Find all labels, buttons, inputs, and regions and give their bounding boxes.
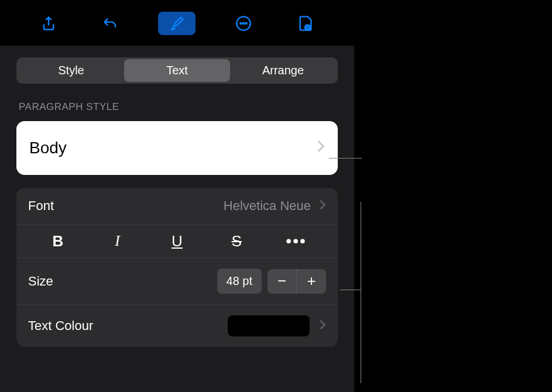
chevron-right-icon xyxy=(319,198,326,214)
brush-icon xyxy=(169,15,185,32)
text-colour-label: Text Colour xyxy=(28,318,228,333)
chevron-right-icon xyxy=(317,140,325,156)
format-buttons: B I U S ••• xyxy=(28,232,326,250)
undo-icon xyxy=(102,15,119,32)
italic-button[interactable]: I xyxy=(101,232,134,250)
font-value: Helvetica Neue xyxy=(224,198,311,214)
callout-line xyxy=(340,290,361,290)
callout-line xyxy=(329,158,362,159)
chevron-right-icon xyxy=(319,318,326,333)
segmented-control: Style Text Arrange xyxy=(16,57,338,84)
undo-button[interactable] xyxy=(96,12,125,35)
size-value-field[interactable]: 48 pt xyxy=(217,269,262,294)
text-style-row: B I U S ••• xyxy=(16,225,338,258)
tab-style[interactable]: Style xyxy=(18,59,124,82)
size-increase-button[interactable]: + xyxy=(297,269,326,294)
size-label: Size xyxy=(28,274,217,289)
document-icon xyxy=(297,15,314,32)
svg-point-2 xyxy=(242,23,244,24)
tab-text[interactable]: Text xyxy=(124,59,230,82)
bold-button[interactable]: B xyxy=(42,232,74,250)
document-button[interactable] xyxy=(291,12,320,35)
underline-button[interactable]: U xyxy=(160,232,193,250)
paragraph-style-value: Body xyxy=(29,139,67,157)
paragraph-style-header: Paragraph Style xyxy=(19,101,338,113)
share-icon xyxy=(40,15,57,32)
callout-line xyxy=(361,202,361,383)
text-colour-row[interactable]: Text Colour xyxy=(16,305,338,347)
more-formatting-button[interactable]: ••• xyxy=(280,232,313,250)
paragraph-style-picker[interactable]: Body xyxy=(16,121,338,175)
top-toolbar xyxy=(0,0,354,46)
format-brush-button[interactable] xyxy=(158,12,196,35)
font-row[interactable]: Font Helvetica Neue xyxy=(16,188,338,225)
colour-swatch[interactable] xyxy=(228,315,310,336)
more-circle-icon xyxy=(235,15,252,32)
size-stepper: − + xyxy=(268,269,326,294)
tab-arrange[interactable]: Arrange xyxy=(230,59,336,82)
more-button[interactable] xyxy=(229,12,258,35)
font-label: Font xyxy=(28,198,224,214)
size-row: Size 48 pt − + xyxy=(16,258,338,305)
font-settings-group: Font Helvetica Neue B I U S ••• Size xyxy=(16,188,338,347)
strikethrough-button[interactable]: S xyxy=(220,232,253,250)
format-panel: Style Text Arrange Paragraph Style Body … xyxy=(0,0,354,392)
share-button[interactable] xyxy=(34,12,63,35)
svg-point-3 xyxy=(245,23,246,24)
svg-point-1 xyxy=(240,23,241,24)
size-decrease-button[interactable]: − xyxy=(268,269,297,294)
size-controls: 48 pt − + xyxy=(217,269,326,294)
format-content: Style Text Arrange Paragraph Style Body … xyxy=(0,46,354,359)
